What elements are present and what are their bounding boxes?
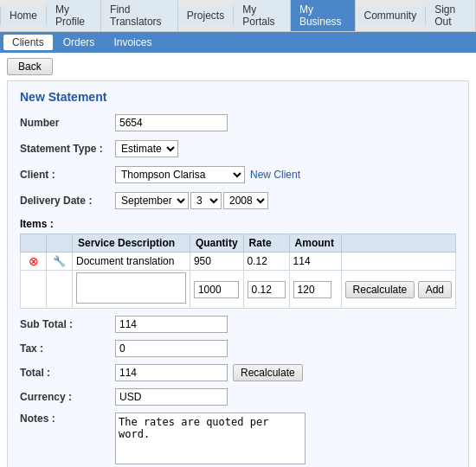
nav-sign-out[interactable]: Sign Out (426, 0, 476, 31)
delivery-year-select[interactable]: 2008 (223, 192, 268, 209)
tax-input[interactable] (115, 340, 228, 357)
amount-input[interactable] (293, 281, 331, 298)
top-navigation: Home My Profile Find Translators Project… (0, 0, 476, 32)
notes-textarea[interactable]: The rates are quoted per word. (115, 413, 306, 464)
sub-navigation: Clients Orders Invoices (0, 32, 476, 53)
client-field: Thompson Clarisa New Client (115, 166, 456, 183)
row-rate: 0.12 (243, 253, 289, 271)
row-amount: 114 (289, 253, 341, 271)
back-button[interactable]: Back (7, 58, 53, 75)
row-description: Document translation (73, 253, 190, 271)
input-rate-cell (243, 271, 289, 309)
subtotal-input[interactable] (115, 316, 228, 333)
currency-input[interactable] (115, 388, 228, 406)
delivery-date-label: Delivery Date : (20, 195, 115, 207)
notes-field: The rates are quoted per word. (115, 413, 306, 464)
subtotal-row: Sub Total : (20, 316, 456, 333)
input-amount-cell (289, 271, 341, 309)
statement-type-row: Statement Type : Estimate Invoice Quote (20, 140, 456, 157)
total-recalculate-button[interactable]: Recalculate (233, 364, 303, 381)
total-row: Total : Recalculate (20, 364, 456, 381)
client-label: Client : (20, 169, 115, 181)
number-row: Number (20, 114, 456, 131)
delete-icon[interactable]: ⊗ (29, 254, 39, 268)
delivery-date-row: Delivery Date : September JanuaryFebruar… (20, 192, 456, 209)
total-field: Recalculate (115, 364, 303, 381)
rate-input[interactable] (248, 281, 286, 298)
row-delete-cell: ⊗ (21, 253, 47, 271)
delivery-date-field: September JanuaryFebruaryMarch AprilMayJ… (115, 192, 456, 209)
nav-my-business[interactable]: My Business (291, 0, 356, 31)
total-label: Total : (20, 367, 115, 379)
nav-find-translators[interactable]: Find Translators (101, 0, 178, 31)
items-label: Items : (20, 218, 456, 230)
notes-row: Notes : The rates are quoted per word. (20, 413, 456, 464)
nav-projects[interactable]: Projects (178, 6, 234, 25)
tax-field (115, 340, 228, 357)
col-icon2 (47, 234, 73, 253)
subnav-orders[interactable]: Orders (55, 35, 104, 50)
totals-section: Sub Total : Tax : Total : Recalculate Cu… (20, 316, 456, 464)
nav-my-portals[interactable]: My Portals (234, 0, 291, 31)
quantity-input[interactable] (194, 281, 239, 298)
tax-label: Tax : (20, 342, 115, 355)
table-row: ⊗ 🔧 Document translation 950 0.12 114 (21, 253, 456, 271)
col-icon1 (21, 234, 47, 253)
currency-field (115, 388, 228, 406)
notes-label: Notes : (20, 413, 115, 425)
add-button[interactable]: Add (418, 281, 452, 298)
number-field (115, 114, 456, 131)
row-quantity: 950 (190, 253, 243, 271)
number-input[interactable] (115, 114, 228, 131)
row-recalculate-button[interactable]: Recalculate (345, 281, 415, 298)
subtotal-field (115, 316, 228, 333)
col-amount: Amount (289, 234, 341, 253)
input-row-icon1 (21, 271, 47, 309)
currency-row: Currency : (20, 388, 456, 406)
statement-type-select[interactable]: Estimate Invoice Quote (115, 140, 178, 157)
row-edit-cell: 🔧 (47, 253, 73, 271)
subnav-clients[interactable]: Clients (3, 35, 53, 50)
total-input[interactable] (115, 364, 228, 381)
input-row: Recalculate Add (21, 271, 456, 309)
delivery-day-select[interactable]: 3 (190, 192, 222, 209)
subnav-invoices[interactable]: Invoices (105, 35, 160, 50)
statement-type-label: Statement Type : (20, 143, 115, 155)
col-rate: Rate (243, 234, 289, 253)
input-row-buttons: Recalculate Add (341, 271, 455, 309)
description-textarea[interactable] (76, 272, 186, 304)
col-quantity: Quantity (190, 234, 243, 253)
subtotal-label: Sub Total : (20, 318, 115, 330)
nav-community[interactable]: Community (356, 6, 427, 25)
nav-home[interactable]: Home (0, 6, 47, 25)
items-table: Service Description Quantity Rate Amount… (20, 234, 456, 309)
new-statement-panel: New Statement Number Statement Type : Es… (7, 80, 469, 467)
number-label: Number (20, 117, 115, 129)
input-desc-cell (73, 271, 190, 309)
col-service-desc: Service Description (73, 234, 190, 253)
row-action (341, 253, 455, 271)
statement-type-field: Estimate Invoice Quote (115, 140, 456, 157)
col-actions (341, 234, 455, 253)
panel-title: New Statement (20, 90, 456, 104)
back-row: Back (0, 53, 476, 80)
new-client-link[interactable]: New Client (250, 169, 300, 181)
input-row-icon2 (47, 271, 73, 309)
client-select[interactable]: Thompson Clarisa (115, 166, 245, 183)
delivery-month-select[interactable]: September JanuaryFebruaryMarch AprilMayJ… (115, 192, 189, 209)
input-qty-cell (190, 271, 243, 309)
tax-row: Tax : (20, 340, 456, 357)
currency-label: Currency : (20, 391, 115, 403)
nav-my-profile[interactable]: My Profile (47, 0, 101, 31)
wrench-icon[interactable]: 🔧 (53, 255, 66, 267)
client-row: Client : Thompson Clarisa New Client (20, 166, 456, 183)
